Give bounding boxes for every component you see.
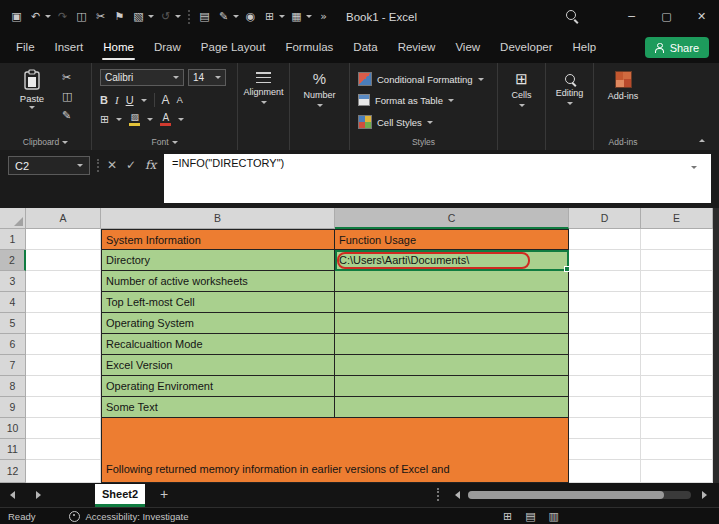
editing-button[interactable]: Editing xyxy=(546,63,593,150)
font-launcher-icon[interactable] xyxy=(172,141,178,144)
cell-a8[interactable] xyxy=(26,376,101,397)
group-caption-clipboard[interactable]: Clipboard xyxy=(0,137,91,147)
cell-b7[interactable]: Excel Version xyxy=(101,355,335,376)
cancel-button[interactable]: ✕ xyxy=(107,156,117,175)
minimize-button[interactable]: ─ xyxy=(614,0,649,33)
collapse-ribbon-icon[interactable] xyxy=(699,139,705,142)
conditional-formatting-button[interactable]: Conditional Formatting xyxy=(358,72,484,86)
pen-icon[interactable]: ✎ xyxy=(215,10,232,23)
cell-c8[interactable] xyxy=(335,376,569,397)
row-header-7[interactable]: 7 xyxy=(0,355,26,376)
cell-e2[interactable] xyxy=(641,250,713,271)
font-size-combo[interactable]: 14 xyxy=(188,69,226,86)
cell-e9[interactable] xyxy=(641,397,713,418)
tab-page-layout[interactable]: Page Layout xyxy=(191,33,276,63)
close-button[interactable]: ✕ xyxy=(684,0,719,33)
undo-icon[interactable]: ↶ xyxy=(27,10,44,23)
cell-e4[interactable] xyxy=(641,292,713,313)
cells-button[interactable]: ⊞ Cells xyxy=(498,63,545,150)
row-header-2[interactable]: 2 xyxy=(0,250,26,271)
column-header-c[interactable]: C xyxy=(335,208,569,229)
paste-dropdown-icon[interactable] xyxy=(29,106,35,109)
cell-c4[interactable] xyxy=(335,292,569,313)
paste-button[interactable]: Paste xyxy=(11,69,53,109)
copy-icon[interactable]: ◫ xyxy=(62,90,72,103)
page-layout-view-button[interactable]: ▤ xyxy=(525,510,535,523)
borders-icon[interactable]: ▦ xyxy=(288,10,305,23)
cell-e8[interactable] xyxy=(641,376,713,397)
format-as-table-button[interactable]: Format as Table xyxy=(358,94,454,106)
borders-button[interactable]: ⊞ xyxy=(100,113,109,126)
cell-d3[interactable] xyxy=(569,271,641,292)
select-all-button[interactable] xyxy=(0,208,26,229)
enter-button[interactable]: ✓ xyxy=(126,156,136,175)
row-header-5[interactable]: 5 xyxy=(0,313,26,334)
camera-icon[interactable]: ◉ xyxy=(242,10,259,23)
name-box-dropdown-icon[interactable] xyxy=(77,164,83,167)
cell-e12[interactable] xyxy=(641,460,713,483)
cell-d7[interactable] xyxy=(569,355,641,376)
sheet-tab-sheet2[interactable]: Sheet2 xyxy=(95,484,145,507)
row-header-9[interactable]: 9 xyxy=(0,397,26,418)
font-name-dropdown-icon[interactable] xyxy=(173,76,179,79)
copy-icon[interactable]: ◫ xyxy=(73,10,90,23)
tab-file[interactable]: File xyxy=(6,33,45,63)
maximize-button[interactable]: ▢ xyxy=(649,0,684,33)
cell-a5[interactable] xyxy=(26,313,101,334)
cell-a12[interactable] xyxy=(26,460,101,483)
kanban-flag-icon[interactable]: ⚑ xyxy=(111,10,128,23)
cell-e7[interactable] xyxy=(641,355,713,376)
row-header-4[interactable]: 4 xyxy=(0,292,26,313)
font-name-combo[interactable]: Calibri xyxy=(100,69,184,86)
tab-formulas[interactable]: Formulas xyxy=(275,33,343,63)
cell-e1[interactable] xyxy=(641,229,713,250)
grow-font-button[interactable]: A xyxy=(162,93,170,107)
tab-insert[interactable]: Insert xyxy=(45,33,94,63)
fill-color-dropdown-icon[interactable] xyxy=(147,118,153,121)
cell-d12[interactable] xyxy=(569,460,641,483)
fill-handle[interactable] xyxy=(564,266,570,272)
picture-dropdown-icon[interactable] xyxy=(148,15,154,18)
undo-dropdown-icon[interactable] xyxy=(45,15,51,18)
cell-a1[interactable] xyxy=(26,229,101,250)
cell-a7[interactable] xyxy=(26,355,101,376)
more-commands-icon[interactable]: » xyxy=(315,10,332,23)
cell-e11[interactable] xyxy=(641,439,713,460)
table-dropdown-icon[interactable] xyxy=(279,15,285,18)
column-header-d[interactable]: D xyxy=(569,208,641,229)
row-header-6[interactable]: 6 xyxy=(0,334,26,355)
cut-icon[interactable]: ✂ xyxy=(92,10,109,23)
cell-b4[interactable]: Top Left-most Cell xyxy=(101,292,335,313)
cell-b1[interactable]: System Information xyxy=(101,229,335,250)
shrink-font-button[interactable]: A xyxy=(177,93,183,107)
font-color-dropdown-icon[interactable] xyxy=(178,118,184,121)
row-header-3[interactable]: 3 xyxy=(0,271,26,292)
cell-a9[interactable] xyxy=(26,397,101,418)
cell-c9[interactable] xyxy=(335,397,569,418)
cell-d11[interactable] xyxy=(569,439,641,460)
cell-e10[interactable] xyxy=(641,418,713,439)
cell-d1[interactable] xyxy=(569,229,641,250)
cell-d8[interactable] xyxy=(569,376,641,397)
expand-formula-bar-icon[interactable] xyxy=(691,166,697,169)
tab-data[interactable]: Data xyxy=(343,33,387,63)
cell-styles-button[interactable]: Cell Styles xyxy=(358,115,433,129)
row-header-8[interactable]: 8 xyxy=(0,376,26,397)
undo-history-dropdown-icon[interactable] xyxy=(175,15,181,18)
column-header-a[interactable]: A xyxy=(26,208,101,229)
search-icon[interactable] xyxy=(566,10,576,20)
cell-a6[interactable] xyxy=(26,334,101,355)
sheet-nav-left-icon[interactable] xyxy=(10,491,15,499)
insert-function-button[interactable]: fx xyxy=(145,156,156,175)
cell-a4[interactable] xyxy=(26,292,101,313)
cell-d6[interactable] xyxy=(569,334,641,355)
cell-b5[interactable]: Operating System xyxy=(101,313,335,334)
cell-d4[interactable] xyxy=(569,292,641,313)
cell-c5[interactable] xyxy=(335,313,569,334)
row-header-12[interactable]: 12 xyxy=(0,460,26,483)
cell-d9[interactable] xyxy=(569,397,641,418)
cut-icon[interactable]: ✂ xyxy=(62,71,72,84)
clipboard-launcher-icon[interactable] xyxy=(62,141,68,144)
number-button[interactable]: % Number xyxy=(290,63,349,150)
tab-review[interactable]: Review xyxy=(388,33,446,63)
